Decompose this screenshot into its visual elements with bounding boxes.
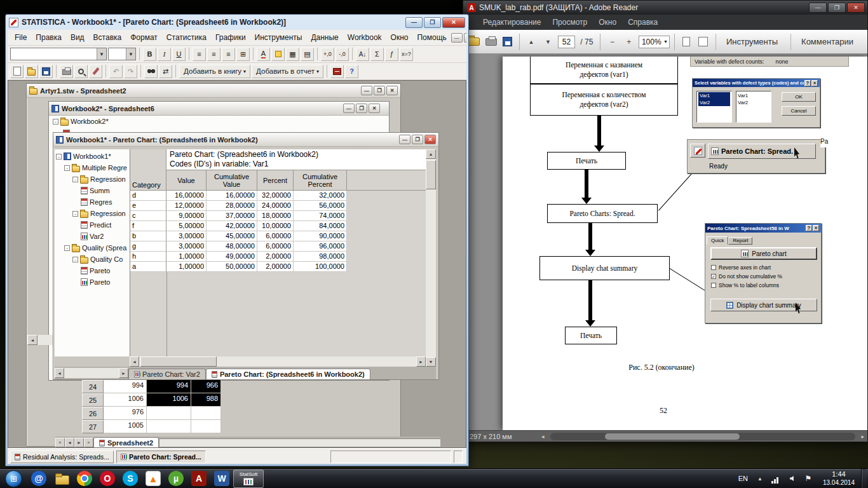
show-hidden-icons-button[interactable]: ▲ (753, 476, 767, 482)
tab-pareto-spreadsheet6[interactable]: Pareto Chart: (Spreadsheet6 in Workbook2… (206, 369, 370, 379)
print-button[interactable] (60, 65, 73, 78)
align-right-button[interactable]: ≡ (222, 48, 235, 61)
align-center-button[interactable]: ≡ (207, 48, 220, 61)
tools-panel-button[interactable]: Инструменты (715, 34, 788, 50)
open-button[interactable] (25, 65, 38, 78)
table-vscrollbar[interactable]: ▲ ▼ (426, 149, 436, 367)
zoom-in-button[interactable]: + (622, 34, 636, 50)
font-size-combo[interactable]: ▼ (108, 48, 136, 60)
collapse-icon[interactable]: - (72, 177, 78, 182)
underline-button[interactable]: U (172, 48, 186, 61)
menu-statistics[interactable]: Статистика (162, 31, 211, 44)
format-brush-button[interactable] (89, 65, 102, 78)
close-button[interactable]: ✕ (369, 104, 380, 113)
bold-button[interactable]: B (143, 48, 156, 61)
zoom-out-button[interactable]: − (605, 34, 619, 50)
table-row[interactable]: h1,0000049,000002,0000098,0000 (130, 252, 347, 262)
taskbar-chrome-button[interactable] (73, 470, 96, 488)
glossary-button[interactable] (330, 65, 344, 78)
fit-page-button[interactable] (696, 34, 710, 50)
find-button[interactable] (144, 65, 158, 78)
menu-file[interactable]: File (10, 31, 31, 44)
prev-sheet-button[interactable]: ◄ (65, 438, 74, 447)
taskbar-opera-button[interactable]: O (96, 470, 119, 488)
add-to-report-button[interactable]: Добавить в отчет▾ (252, 65, 323, 78)
artyr-titlebar[interactable]: Artyr1.stw - Spreadsheet2 — ❐ ✕ (27, 84, 400, 98)
workbook2-titlebar[interactable]: Workbook2* - Spreadsheet6 — ❐ ✕ (49, 102, 389, 116)
table-row[interactable]: b3,0000045,000006,0000090,0000 (130, 231, 347, 241)
reader-maximize-button[interactable]: ❐ (828, 3, 846, 13)
tree-item[interactable]: Summ (55, 185, 130, 196)
minimize-button[interactable]: — (399, 135, 410, 144)
tree-item[interactable]: Pareto (55, 276, 130, 288)
menu-data[interactable]: Данные (306, 31, 342, 44)
tree-item[interactable]: -Regression (55, 208, 130, 219)
network-icon[interactable] (770, 473, 781, 484)
tree-item[interactable]: Regres (55, 196, 130, 208)
table-row[interactable]: 27 1005 (82, 420, 221, 433)
statistica-titlebar[interactable]: STATISTICA - Workbook1* - [Pareto Chart:… (6, 15, 468, 30)
comments-panel-button[interactable]: Комментарии (790, 34, 864, 50)
table-row[interactable]: f5,0000042,0000010,0000084,0000 (130, 221, 347, 231)
tree-item[interactable]: Pareto (55, 265, 130, 276)
reader-titlebar[interactable]: A SMUK_lab_rab.pdf (ЗАЩИТА) - Adobe Read… (463, 1, 867, 15)
previous-page-button[interactable]: ▲ (524, 34, 538, 50)
pareto-titlebar[interactable]: Workbook1* - Pareto Chart: (Spreadsheet6… (53, 133, 438, 147)
child-minimize-button[interactable]: — (451, 33, 463, 43)
menu-edit[interactable]: Правка (31, 31, 66, 44)
table-row[interactable]: 25 1006 1006 988 (82, 393, 221, 407)
align-left-button[interactable]: ≡ (193, 48, 206, 61)
tree-item[interactable]: -Quality Co (55, 254, 130, 265)
menu-edit[interactable]: Редактирование (477, 16, 546, 29)
tree-item-workbook2[interactable]: - Workbook2* (49, 116, 389, 127)
add-to-workbook-button[interactable]: Добавить в книгу▾ (179, 65, 250, 78)
clock[interactable]: 1:44 13.04.2014 (817, 470, 861, 487)
scroll-left-button[interactable]: ◂ (538, 433, 548, 440)
close-button[interactable]: ✕ (442, 17, 465, 28)
zoom-button[interactable] (74, 65, 88, 78)
menu-help[interactable]: Помощь (412, 31, 451, 44)
taskbar-statsoft-button[interactable]: StatSoft (233, 470, 264, 488)
scrollbar-thumb[interactable] (605, 433, 740, 440)
horizontal-scrollbar[interactable] (550, 433, 856, 440)
volume-icon[interactable] (786, 473, 797, 484)
minimize-button[interactable]: — (361, 86, 372, 95)
save-button[interactable] (501, 34, 515, 50)
maximize-button[interactable]: ❐ (356, 104, 367, 113)
minimize-button[interactable]: — (405, 17, 423, 28)
grid-options-button[interactable]: ▤ (301, 48, 314, 61)
start-button[interactable]: ⊞ (5, 470, 22, 487)
table-row[interactable]: e12,0000028,0000024,0000056,0000 (130, 201, 347, 211)
table-row[interactable]: d16,0000016,0000032,0000032,0000 (130, 191, 347, 201)
maximize-button[interactable]: ❐ (412, 135, 423, 144)
redo-button[interactable]: ↷ (124, 65, 137, 78)
taskbar-adobe-button[interactable]: A (187, 470, 210, 488)
decrease-decimals-button[interactable]: -,0 (336, 48, 349, 61)
page-number-input[interactable]: 52 (558, 36, 576, 48)
pareto-summary-table[interactable]: Category Pareto Chart: (Spreadsheet6 in … (130, 149, 426, 356)
document-area[interactable]: Переменная с названиемдефектов (var1) Пе… (463, 54, 867, 430)
increase-decimals-button[interactable]: +,0 (321, 48, 334, 61)
new-document-button[interactable] (10, 65, 24, 78)
italic-button[interactable]: I (158, 48, 171, 61)
tree-item[interactable]: -Multiple Regre (55, 162, 130, 173)
first-sheet-button[interactable]: « (55, 438, 65, 447)
close-button[interactable]: ✕ (386, 86, 398, 95)
tree-item[interactable]: -Regression (55, 173, 130, 185)
language-indicator[interactable]: EN (733, 475, 753, 482)
menu-graphs[interactable]: Графики (211, 31, 250, 44)
print-button[interactable] (484, 34, 498, 50)
spreadsheet2-grid-fragment[interactable]: 24 994 994 966 25 1006 1006 988 26 976 (82, 380, 221, 433)
next-sheet-button[interactable]: ► (74, 438, 84, 447)
collapse-icon[interactable]: - (64, 245, 70, 251)
menu-help[interactable]: Справка (622, 16, 663, 29)
menu-format[interactable]: Формат (126, 31, 162, 44)
taskbar-mailru-button[interactable]: @ (27, 470, 50, 488)
merge-cells-button[interactable]: ⊞ (236, 48, 250, 61)
collapse-icon[interactable]: - (53, 119, 58, 125)
action-center-icon[interactable]: ⚑ (803, 473, 814, 484)
save-button[interactable] (39, 65, 53, 78)
menu-workbook[interactable]: Workbook (343, 31, 386, 44)
taskbar-utorrent-button[interactable]: µ (165, 470, 187, 488)
menu-view[interactable]: Вид (66, 31, 89, 44)
